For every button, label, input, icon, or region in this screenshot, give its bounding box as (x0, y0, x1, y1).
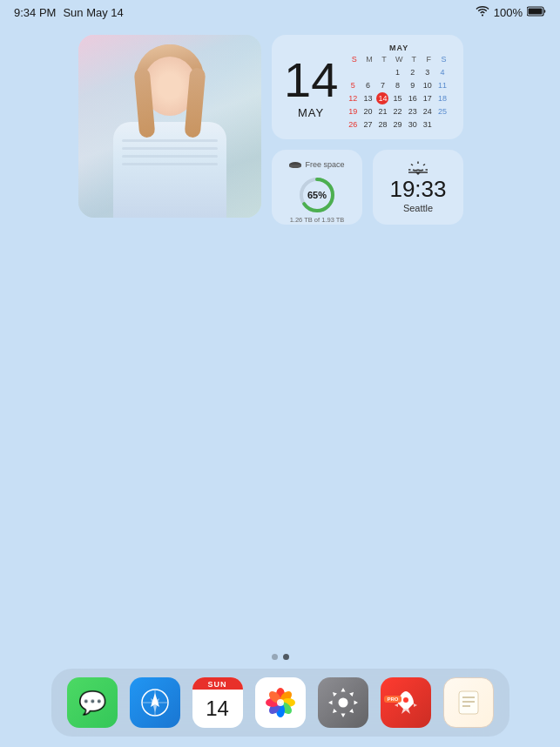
cal-header-sat: S (436, 55, 451, 64)
weather-widget[interactable]: 19:33 Seattle (373, 150, 463, 225)
cal-week-3: 12 13 14 15 16 17 18 (347, 92, 451, 104)
calendar-date-block: 14 MAY (284, 56, 338, 119)
cal-cell: 17 (422, 92, 434, 104)
wifi-icon (476, 6, 489, 19)
photos-icon (264, 686, 297, 719)
page-dot-1[interactable] (272, 654, 278, 660)
dock-app-safari[interactable] (130, 677, 180, 728)
photo-widget[interactable] (78, 35, 261, 218)
dock-app-rocketsim[interactable]: PRO (381, 677, 431, 728)
person-photo (78, 35, 261, 218)
page-dot-2[interactable] (283, 654, 289, 660)
settings-icon (328, 688, 358, 717)
cal-week-5: 26 27 28 29 30 31 (347, 118, 451, 131)
calendar-dock-date: 14 (206, 690, 229, 728)
cal-cell: 20 (361, 105, 374, 118)
storage-label: Free space (305, 160, 344, 169)
status-right: 100% (476, 4, 546, 20)
cal-cell-today: 14 (376, 92, 388, 104)
status-bar: 9:34 PM Sun May 14 100% (0, 0, 560, 24)
cal-cell: 13 (361, 92, 374, 104)
storage-sub-label: 1.26 TB of 1.93 TB (290, 216, 345, 224)
svg-point-28 (403, 697, 408, 703)
cal-cell: 27 (361, 118, 374, 131)
sunrise-icon (406, 161, 430, 177)
messages-icon: 💬 (78, 690, 106, 717)
cal-cell: 7 (376, 79, 388, 91)
notepad-icon (455, 689, 482, 717)
cal-cell-sun: 19 (347, 105, 359, 118)
storage-percent: 65% (307, 190, 327, 200)
cal-cell: 24 (422, 105, 434, 118)
cal-cell: 31 (422, 118, 434, 131)
cal-cell: 2 (407, 66, 419, 78)
calendar-header-row: S M T W T F S (347, 55, 451, 64)
storage-circle: 65% (298, 176, 336, 214)
cal-cell-sun: 5 (347, 79, 359, 91)
svg-point-27 (338, 698, 347, 708)
cal-cell-sun: 12 (347, 92, 359, 104)
calendar-dock-day: SUN (192, 677, 243, 690)
dock-app-calendar[interactable]: SUN 14 (192, 677, 243, 728)
cal-cell-sat: 4 (436, 66, 449, 78)
cal-cell: 9 (407, 79, 419, 91)
cal-week-4: 19 20 21 22 23 24 25 (347, 105, 451, 118)
storage-widget[interactable]: Free space 65% 1.26 TB of 1.93 TB (272, 150, 362, 225)
widgets-area: 14 MAY MAY S M T W T F S (0, 28, 560, 232)
cal-cell: 6 (361, 79, 374, 91)
cal-cell-sat: 11 (436, 79, 449, 91)
calendar-month-header: MAY (347, 44, 451, 52)
cal-cell (347, 66, 359, 78)
battery-text: 100% (494, 6, 523, 19)
cal-cell: 21 (376, 105, 388, 118)
cal-cell: 8 (392, 79, 404, 91)
cal-cell-sun: 26 (347, 118, 359, 131)
cal-cell (436, 118, 449, 131)
right-widgets: 14 MAY MAY S M T W T F S (272, 35, 463, 225)
cal-header-m: M (361, 55, 376, 64)
calendar-widget[interactable]: 14 MAY MAY S M T W T F S (272, 35, 463, 139)
cal-cell: 30 (407, 118, 419, 131)
safari-icon (140, 688, 170, 717)
cal-cell: 1 (392, 66, 404, 78)
svg-point-4 (289, 165, 301, 168)
battery-icon (527, 4, 546, 20)
cal-cell-sat: 18 (436, 92, 449, 104)
cal-cell (376, 66, 388, 78)
rocket-icon (393, 690, 419, 716)
dock-app-photos[interactable] (255, 677, 306, 728)
calendar-grid: MAY S M T W T F S 1 2 3 (347, 44, 451, 131)
cal-cell (361, 66, 374, 78)
dock-app-notepad[interactable] (443, 677, 494, 728)
bottom-widgets: Free space 65% 1.26 TB of 1.93 TB (272, 150, 463, 225)
calendar-big-date: 14 (284, 56, 338, 104)
cal-cell: 23 (407, 105, 419, 118)
cal-cell: 29 (392, 118, 404, 131)
storage-icon (289, 157, 301, 172)
storage-header: Free space (289, 157, 344, 172)
svg-line-9 (411, 164, 413, 165)
dock-app-messages[interactable]: 💬 (67, 677, 118, 728)
cal-cell: 3 (422, 66, 434, 78)
cal-cell: 10 (422, 79, 434, 91)
status-day-date: Sun May 14 (63, 6, 123, 19)
cal-cell: 15 (392, 92, 404, 104)
cal-header-t: T (376, 55, 391, 64)
dock-app-settings[interactable] (318, 677, 368, 728)
weather-city: Seattle (403, 203, 433, 213)
cal-cell: 16 (407, 92, 419, 104)
cal-header-w: W (392, 55, 407, 64)
cal-header-th: T (407, 55, 422, 64)
dock: 💬 SUN 14 (51, 669, 509, 737)
svg-point-26 (277, 699, 284, 706)
calendar-month: MAY (298, 106, 324, 119)
page-dots (272, 654, 289, 660)
svg-line-8 (423, 164, 425, 165)
cal-header-f: F (422, 55, 436, 64)
svg-rect-1 (529, 9, 543, 15)
status-time: 9:34 PM (14, 6, 56, 19)
cal-header-sun: S (347, 55, 361, 64)
cal-week-1: 1 2 3 4 (347, 66, 451, 78)
cal-cell: 22 (392, 105, 404, 118)
cal-week-2: 5 6 7 8 9 10 11 (347, 79, 451, 91)
